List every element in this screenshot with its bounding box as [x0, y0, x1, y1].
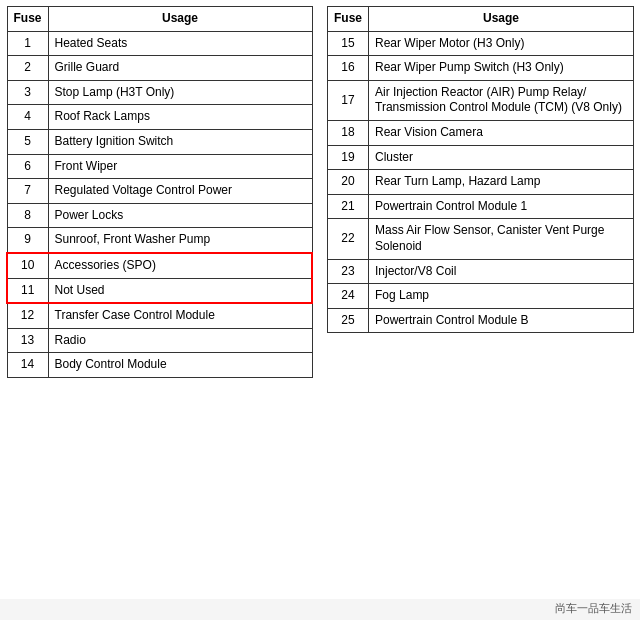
table-row: 18Rear Vision Camera [328, 120, 634, 145]
fuse-usage: Battery Ignition Switch [48, 129, 312, 154]
fuse-number: 7 [7, 179, 48, 204]
fuse-number: 5 [7, 129, 48, 154]
left-fuse-header: Fuse [7, 7, 48, 32]
fuse-usage: Air Injection Reactor (AIR) Pump Relay/ … [369, 80, 634, 120]
fuse-usage: Cluster [369, 145, 634, 170]
fuse-usage: Radio [48, 328, 312, 353]
right-fuse-table: Fuse Usage 15Rear Wiper Motor (H3 Only)1… [327, 6, 634, 333]
fuse-usage: Grille Guard [48, 56, 312, 81]
fuse-number: 16 [328, 56, 369, 81]
table-row: 3Stop Lamp (H3T Only) [7, 80, 312, 105]
fuse-usage: Accessories (SPO) [48, 253, 312, 278]
fuse-number: 23 [328, 259, 369, 284]
fuse-usage: Mass Air Flow Sensor, Canister Vent Purg… [369, 219, 634, 259]
left-table-wrapper: Fuse Usage 1Heated Seats2Grille Guard3St… [6, 6, 313, 593]
table-row: 24Fog Lamp [328, 284, 634, 309]
table-row: 17Air Injection Reactor (AIR) Pump Relay… [328, 80, 634, 120]
fuse-number: 24 [328, 284, 369, 309]
table-row: 7Regulated Voltage Control Power [7, 179, 312, 204]
table-row: 11Not Used [7, 278, 312, 303]
table-row: 20Rear Turn Lamp, Hazard Lamp [328, 170, 634, 195]
fuse-number: 13 [7, 328, 48, 353]
table-row: 13Radio [7, 328, 312, 353]
table-row: 1Heated Seats [7, 31, 312, 56]
left-fuse-table: Fuse Usage 1Heated Seats2Grille Guard3St… [6, 6, 313, 378]
fuse-usage: Rear Wiper Motor (H3 Only) [369, 31, 634, 56]
fuse-number: 18 [328, 120, 369, 145]
fuse-number: 3 [7, 80, 48, 105]
table-row: 21Powertrain Control Module 1 [328, 194, 634, 219]
table-row: 25Powertrain Control Module B [328, 308, 634, 333]
fuse-usage: Sunroof, Front Washer Pump [48, 228, 312, 253]
fuse-number: 21 [328, 194, 369, 219]
fuse-usage: Powertrain Control Module 1 [369, 194, 634, 219]
fuse-usage: Rear Turn Lamp, Hazard Lamp [369, 170, 634, 195]
fuse-number: 22 [328, 219, 369, 259]
fuse-number: 6 [7, 154, 48, 179]
table-row: 10Accessories (SPO) [7, 253, 312, 278]
table-row: 23Injector/V8 Coil [328, 259, 634, 284]
fuse-number: 19 [328, 145, 369, 170]
fuse-number: 2 [7, 56, 48, 81]
fuse-usage: Heated Seats [48, 31, 312, 56]
fuse-number: 10 [7, 253, 48, 278]
fuse-number: 9 [7, 228, 48, 253]
fuse-usage: Stop Lamp (H3T Only) [48, 80, 312, 105]
fuse-number: 12 [7, 303, 48, 328]
right-fuse-header: Fuse [328, 7, 369, 32]
fuse-number: 4 [7, 105, 48, 130]
fuse-usage: Regulated Voltage Control Power [48, 179, 312, 204]
fuse-usage: Body Control Module [48, 353, 312, 378]
table-row: 15Rear Wiper Motor (H3 Only) [328, 31, 634, 56]
table-row: 14Body Control Module [7, 353, 312, 378]
fuse-number: 15 [328, 31, 369, 56]
fuse-usage: Not Used [48, 278, 312, 303]
fuse-usage: Transfer Case Control Module [48, 303, 312, 328]
table-row: 9Sunroof, Front Washer Pump [7, 228, 312, 253]
fuse-number: 8 [7, 203, 48, 228]
table-row: 19Cluster [328, 145, 634, 170]
fuse-usage: Roof Rack Lamps [48, 105, 312, 130]
right-table-wrapper: Fuse Usage 15Rear Wiper Motor (H3 Only)1… [327, 6, 634, 593]
table-row: 4Roof Rack Lamps [7, 105, 312, 130]
table-row: 22Mass Air Flow Sensor, Canister Vent Pu… [328, 219, 634, 259]
fuse-usage: Injector/V8 Coil [369, 259, 634, 284]
fuse-number: 20 [328, 170, 369, 195]
fuse-usage: Front Wiper [48, 154, 312, 179]
fuse-number: 17 [328, 80, 369, 120]
left-usage-header: Usage [48, 7, 312, 32]
table-row: 2Grille Guard [7, 56, 312, 81]
fuse-number: 1 [7, 31, 48, 56]
fuse-number: 25 [328, 308, 369, 333]
table-row: 8Power Locks [7, 203, 312, 228]
watermark: 尚车一品车生活 [0, 599, 640, 620]
right-usage-header: Usage [369, 7, 634, 32]
table-row: 5Battery Ignition Switch [7, 129, 312, 154]
table-row: 16Rear Wiper Pump Switch (H3 Only) [328, 56, 634, 81]
fuse-usage: Rear Wiper Pump Switch (H3 Only) [369, 56, 634, 81]
fuse-usage: Powertrain Control Module B [369, 308, 634, 333]
table-row: 12Transfer Case Control Module [7, 303, 312, 328]
fuse-number: 11 [7, 278, 48, 303]
fuse-usage: Fog Lamp [369, 284, 634, 309]
fuse-usage: Power Locks [48, 203, 312, 228]
fuse-number: 14 [7, 353, 48, 378]
fuse-usage: Rear Vision Camera [369, 120, 634, 145]
table-row: 6Front Wiper [7, 154, 312, 179]
